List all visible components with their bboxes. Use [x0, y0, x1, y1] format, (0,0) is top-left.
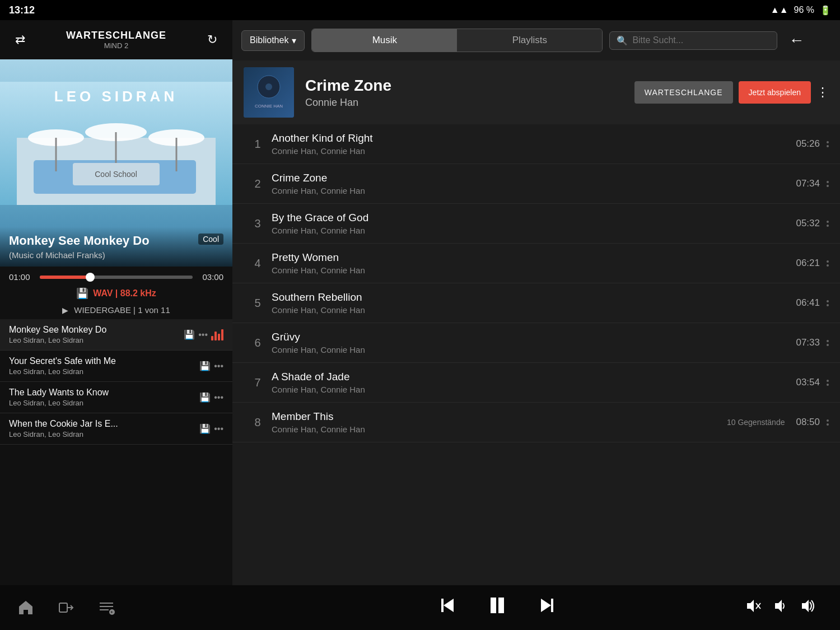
- status-time: 13:12: [9, 4, 35, 16]
- album-thumbnail: CONNIE HAN: [244, 67, 294, 118]
- queue-item[interactable]: When the Cookie Jar Is E... Leo Sidran, …: [0, 413, 232, 445]
- current-song-title: Monkey See Monkey Do: [9, 234, 223, 248]
- progress-track[interactable]: [40, 276, 193, 279]
- track-more-button[interactable]: [827, 300, 829, 306]
- album-actions: WARTESCHLANGE Jetzt abspielen ⋮: [634, 81, 829, 104]
- track-title: Southern Rebellion: [272, 291, 796, 304]
- track-artist: Connie Han, Connie Han: [272, 345, 796, 354]
- home-button[interactable]: [17, 599, 35, 617]
- queue-item-title: When the Cookie Jar Is E...: [9, 419, 199, 429]
- queue-item[interactable]: The Lady Wants to Know Leo Sidran, Leo S…: [0, 382, 232, 413]
- track-more-button[interactable]: [827, 181, 829, 187]
- bottom-nav-right: [745, 598, 823, 618]
- album-art-container: LEO SIDRAN: [0, 59, 232, 267]
- queue-dots2: •••: [214, 361, 223, 371]
- total-time: 03:00: [198, 272, 223, 282]
- dot: [827, 304, 829, 306]
- login-icon: [57, 599, 75, 617]
- queue-dots1: •••: [198, 330, 208, 340]
- track-more-button[interactable]: [827, 260, 829, 267]
- track-title: A Shade of Jade: [272, 371, 796, 383]
- pause-button[interactable]: [486, 594, 508, 621]
- table-row[interactable]: 7 A Shade of Jade Connie Han, Connie Han…: [232, 363, 840, 403]
- song-tag: Cool: [198, 234, 223, 245]
- table-row[interactable]: 1 Another Kind of Right Connie Han, Conn…: [232, 124, 840, 164]
- svg-rect-24: [491, 598, 496, 613]
- track-info: Crime Zone Connie Han, Connie Han: [272, 172, 796, 195]
- progress-fill: [40, 276, 90, 279]
- queue-item-icons: 💾 •••: [199, 361, 223, 371]
- song-info-overlay: Cool Monkey See Monkey Do (Music of Mich…: [0, 227, 232, 267]
- table-row[interactable]: 6 Grüvy Connie Han, Connie Han 07:33: [232, 323, 840, 363]
- mute-button[interactable]: [745, 598, 762, 618]
- track-more-button[interactable]: [827, 340, 829, 346]
- album-text: Crime Zone Connie Han: [305, 77, 623, 109]
- search-icon: 🔍: [617, 35, 628, 46]
- queue-item-title: The Lady Wants to Know: [9, 388, 199, 398]
- track-title: Grüvy: [272, 331, 796, 343]
- dot: [827, 141, 829, 143]
- queue-item[interactable]: Your Secret's Safe with Me Leo Sidran, L…: [0, 351, 232, 382]
- track-duration: 05:26: [796, 138, 820, 150]
- svg-rect-16: [59, 603, 67, 612]
- dot: [827, 380, 829, 382]
- svg-marker-31: [775, 600, 782, 612]
- more-options-button[interactable]: ⋮: [816, 85, 829, 100]
- queue-nav-button[interactable]: [97, 599, 115, 617]
- track-more-button[interactable]: [827, 141, 829, 147]
- volume-up-icon: [801, 598, 818, 614]
- right-panel: Bibliothek ▾ Musik Playlists 🔍 ←: [232, 20, 840, 585]
- track-number: 3: [244, 217, 272, 230]
- track-info: By the Grace of God Connie Han, Connie H…: [272, 212, 796, 235]
- home-icon: [17, 599, 35, 617]
- pause-icon: [486, 594, 508, 617]
- dot: [827, 225, 829, 227]
- table-row[interactable]: 8 Member This Connie Han, Connie Han 10 …: [232, 403, 840, 442]
- album-thumb-svg: CONNIE HAN: [244, 67, 294, 118]
- track-info: Pretty Women Connie Han, Connie Han: [272, 251, 796, 275]
- volume-down-button[interactable]: [773, 598, 790, 618]
- table-row[interactable]: 2 Crime Zone Connie Han, Connie Han 07:3…: [232, 164, 840, 204]
- queue-source-icon: 💾: [199, 392, 211, 403]
- status-right: ▲▲ 96 % 🔋: [771, 5, 831, 16]
- album-artist: Connie Han: [305, 97, 623, 109]
- previous-button[interactable]: [438, 595, 458, 620]
- search-input[interactable]: [632, 35, 770, 45]
- warteschlange-button[interactable]: WARTESCHLANGE: [634, 81, 733, 104]
- track-number: 5: [244, 297, 272, 310]
- table-row[interactable]: 5 Southern Rebellion Connie Han, Connie …: [232, 283, 840, 323]
- volume-up-button[interactable]: [801, 598, 818, 618]
- album-thumb-art: CONNIE HAN: [244, 67, 294, 118]
- login-button[interactable]: [57, 599, 75, 617]
- track-artist: Connie Han, Connie Han: [272, 146, 796, 156]
- progress-bar-container: 01:00 03:00: [9, 272, 223, 282]
- dot: [827, 185, 829, 187]
- jetzt-abspielen-button[interactable]: Jetzt abspielen: [739, 81, 811, 104]
- track-more-button[interactable]: [827, 419, 829, 426]
- next-button[interactable]: [536, 595, 557, 620]
- repeat-button[interactable]: ↻: [201, 29, 223, 51]
- track-more-button[interactable]: [827, 380, 829, 386]
- back-button[interactable]: ←: [784, 29, 809, 52]
- queue-item[interactable]: Monkey See Monkey Do Leo Sidran, Leo Sid…: [0, 319, 232, 351]
- library-dropdown[interactable]: Bibliothek ▾: [241, 30, 305, 51]
- track-title: By the Grace of God: [272, 212, 796, 224]
- bar2: [214, 332, 217, 340]
- wifi-icon: ▲▲: [771, 5, 788, 15]
- track-more-button[interactable]: [827, 221, 829, 227]
- tab-playlists[interactable]: Playlists: [457, 29, 602, 52]
- queue-source-icon: 💾: [184, 329, 195, 340]
- track-artist: Connie Han, Connie Han: [272, 265, 796, 275]
- current-time: 01:00: [9, 272, 34, 282]
- svg-rect-27: [551, 599, 553, 612]
- table-row[interactable]: 4 Pretty Women Connie Han, Connie Han 06…: [232, 244, 840, 283]
- table-row[interactable]: 3 By the Grace of God Connie Han, Connie…: [232, 204, 840, 244]
- tab-musik[interactable]: Musik: [312, 29, 457, 52]
- queue-item-icons: 💾 •••: [184, 329, 223, 340]
- queue-header: ⇄ WARTESCHLANGE MiND 2 ↻: [0, 20, 232, 59]
- shuffle-button[interactable]: ⇄: [9, 29, 31, 51]
- status-bar: 13:12 ▲▲ 96 % 🔋: [0, 0, 840, 20]
- queue-item-artist: Leo Sidran, Leo Sidran: [9, 430, 199, 438]
- track-info: Another Kind of Right Connie Han, Connie…: [272, 132, 796, 156]
- art-umbrellas: LEO SIDRAN: [0, 82, 232, 205]
